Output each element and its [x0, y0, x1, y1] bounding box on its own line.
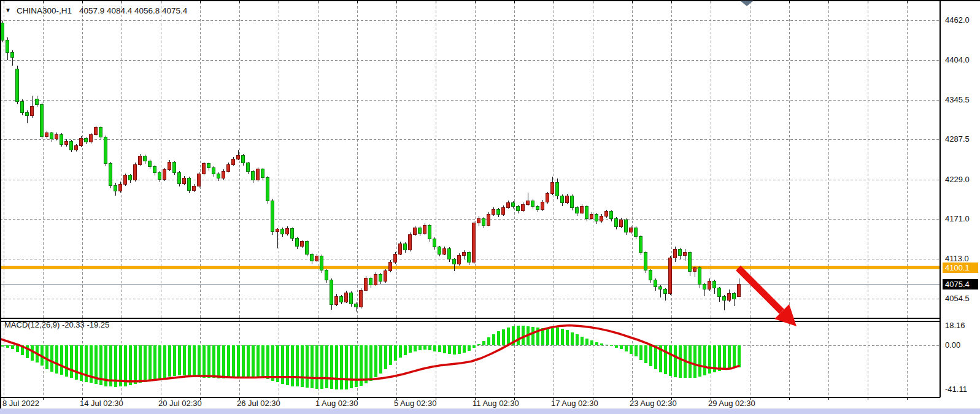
orange-line-price-badge: 4100.1: [943, 263, 978, 273]
symbol-timeframe-label: CHINA300-,H1: [17, 6, 72, 15]
price-tick-label: 4287.5: [945, 134, 970, 144]
down-arrow-annotation[interactable]: [738, 268, 797, 326]
time-tick-label: 5 Aug 02:30: [394, 399, 436, 408]
bottom-scrollbar[interactable]: [0, 408, 980, 414]
current-price-badge: 4075.4: [943, 279, 978, 289]
time-tick-label: 14 Jul 02:30: [80, 399, 123, 408]
symbol-dropdown-icon[interactable]: ▼: [5, 7, 11, 13]
grid-layer: [0, 2, 940, 397]
price-tick-label: 4404.0: [945, 55, 970, 64]
time-tick-label: 20 Jul 02:30: [158, 399, 202, 408]
macd-tick-label: 0.00: [945, 340, 960, 350]
time-tick-label: 29 Aug 02:30: [708, 399, 755, 408]
macd-tick-label: 18.16: [945, 321, 965, 330]
price-tick-label: 4229.0: [945, 175, 970, 184]
macd-layer: [0, 326, 741, 389]
macd-tick-label: -41.11: [945, 385, 967, 394]
macd-indicator-label: MACD(12,26,9) -20.33 -19.25: [4, 320, 109, 329]
time-tick-label: 8 Jul 2022: [2, 399, 39, 408]
ohlc-values-label: 4057.9 4084.4 4056.8 4075.4: [79, 6, 187, 15]
chart-canvas[interactable]: [0, 0, 980, 414]
price-tick-label: 4462.0: [945, 15, 970, 25]
time-tick-label: 23 Aug 02:30: [630, 399, 677, 408]
trading-chart-window: ▼ CHINA300-,H1 4057.9 4084.4 4056.8 4075…: [0, 0, 980, 414]
candles-layer: [0, 21, 940, 311]
price-tick-label: 4113.0: [945, 254, 969, 263]
panel-frame: [0, 0, 980, 408]
annotation-layer: [738, 1, 797, 326]
price-tick-label: 4345.5: [945, 95, 970, 104]
chart-header: ▼ CHINA300-,H1 4057.9 4084.4 4056.8 4075…: [5, 5, 187, 16]
time-tick-label: 1 Aug 02:30: [315, 399, 358, 408]
price-tick-label: 4171.0: [945, 214, 970, 223]
price-tick-label: 4054.5: [945, 294, 970, 303]
chart-shift-marker-icon[interactable]: [740, 1, 754, 6]
time-tick-label: 26 Jul 02:30: [237, 399, 280, 408]
time-tick-label: 11 Aug 02:30: [473, 399, 519, 408]
time-tick-label: 17 Aug 02:30: [551, 399, 598, 408]
